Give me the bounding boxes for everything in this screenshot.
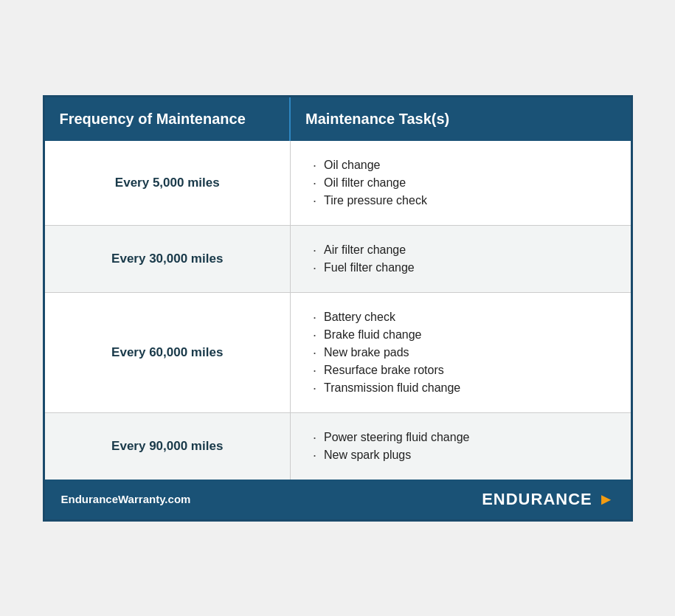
task-item: ·Transmission fluid change — [313, 381, 609, 395]
task-item: ·Air filter change — [313, 243, 609, 257]
bullet-icon: · — [313, 243, 316, 257]
task-label: Oil filter change — [324, 176, 406, 190]
task-label: New brake pads — [324, 346, 409, 359]
bullet-icon: · — [313, 364, 316, 377]
task-item: ·Brake fluid change — [313, 328, 609, 342]
task-label: Transmission fluid change — [324, 381, 460, 395]
bullet-icon: · — [313, 261, 316, 274]
task-label: Oil change — [324, 159, 381, 172]
task-item: ·Tire pressure check — [313, 194, 609, 207]
table-row: Every 60,000 miles·Battery check·Brake f… — [45, 293, 631, 413]
task-label: Power steering fluid change — [324, 431, 469, 444]
task-label: Tire pressure check — [324, 194, 427, 207]
header-tasks: Maintenance Task(s) — [291, 97, 631, 141]
bullet-icon: · — [313, 328, 316, 342]
task-item: ·Resurface brake rotors — [313, 364, 609, 377]
task-label: New spark plugs — [324, 449, 411, 462]
bullet-icon: · — [313, 176, 316, 190]
table-body: Every 5,000 miles·Oil change·Oil filter … — [45, 141, 631, 480]
task-item: ·Power steering fluid change — [313, 431, 609, 444]
task-item: ·Battery check — [313, 311, 609, 324]
task-item: ·Oil filter change — [313, 176, 609, 190]
table-row: Every 5,000 miles·Oil change·Oil filter … — [45, 141, 631, 226]
bullet-icon: · — [313, 311, 316, 324]
task-item: ·New brake pads — [313, 346, 609, 359]
table-row: Every 30,000 miles·Air filter change·Fue… — [45, 226, 631, 293]
maintenance-table: Frequency of Maintenance Maintenance Tas… — [43, 95, 633, 522]
tasks-cell-2: ·Battery check·Brake fluid change·New br… — [291, 293, 631, 412]
task-label: Resurface brake rotors — [324, 364, 444, 377]
task-label: Fuel filter change — [324, 261, 415, 274]
task-item: ·Fuel filter change — [313, 261, 609, 274]
footer-brand: ENDURANCE ► — [482, 490, 614, 509]
footer-url: EnduranceWarranty.com — [61, 493, 191, 505]
task-item: ·Oil change — [313, 159, 609, 172]
frequency-cell-2: Every 60,000 miles — [45, 293, 291, 412]
task-label: Brake fluid change — [324, 328, 422, 342]
table-footer: EnduranceWarranty.com ENDURANCE ► — [45, 480, 631, 519]
task-label: Battery check — [324, 311, 395, 324]
brand-name: ENDURANCE — [482, 490, 592, 509]
bullet-icon: · — [313, 449, 316, 462]
tasks-cell-3: ·Power steering fluid change·New spark p… — [291, 413, 631, 480]
bullet-icon: · — [313, 194, 316, 207]
table-header: Frequency of Maintenance Maintenance Tas… — [45, 97, 631, 141]
bullet-icon: · — [313, 159, 316, 172]
tasks-cell-0: ·Oil change·Oil filter change·Tire press… — [291, 141, 631, 225]
task-item: ·New spark plugs — [313, 449, 609, 462]
table-row: Every 90,000 miles·Power steering fluid … — [45, 413, 631, 480]
frequency-cell-1: Every 30,000 miles — [45, 226, 291, 292]
task-label: Air filter change — [324, 243, 406, 257]
bullet-icon: · — [313, 381, 316, 395]
tasks-cell-1: ·Air filter change·Fuel filter change — [291, 226, 631, 292]
bullet-icon: · — [313, 431, 316, 444]
header-frequency: Frequency of Maintenance — [45, 97, 291, 141]
bullet-icon: · — [313, 346, 316, 359]
endurance-icon: ► — [598, 490, 615, 509]
frequency-cell-0: Every 5,000 miles — [45, 141, 291, 225]
frequency-cell-3: Every 90,000 miles — [45, 413, 291, 480]
